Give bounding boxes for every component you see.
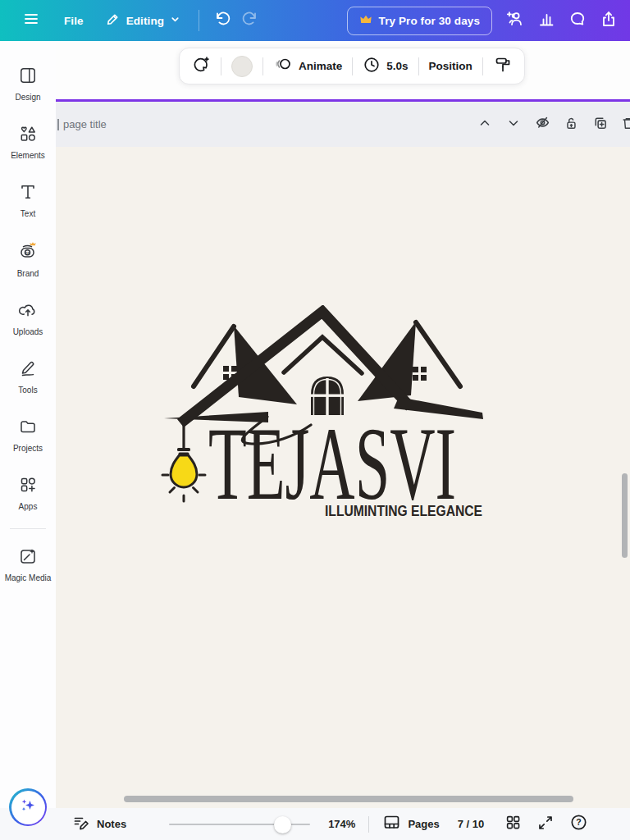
editing-label: Editing <box>126 15 164 27</box>
sidebar-item-apps[interactable]: Apps <box>2 475 54 511</box>
share-button[interactable] <box>597 9 620 32</box>
hamburger-icon <box>22 10 40 31</box>
page-indicator: 7 / 10 <box>458 818 485 830</box>
sidebar-item-projects[interactable]: Projects <box>2 417 54 453</box>
sidebar-item-label: Text <box>21 209 35 218</box>
expand-icon <box>537 815 554 834</box>
sparkles-icon <box>17 795 39 819</box>
duration-value: 5.0s <box>386 60 408 72</box>
pencil-icon <box>105 11 121 30</box>
hide-page-button[interactable] <box>534 116 550 133</box>
sidebar-item-label: Apps <box>19 502 38 511</box>
text-icon <box>18 182 38 205</box>
pages-label: Pages <box>408 818 439 830</box>
help-button[interactable]: ? <box>568 814 589 835</box>
duplicate-page-button[interactable] <box>591 116 608 133</box>
question-mark-icon: ? <box>569 813 588 835</box>
lock-page-button[interactable] <box>563 116 579 133</box>
sidebar-item-magic-media[interactable]: Magic Media <box>2 546 54 582</box>
tejasvi-logo[interactable]: TEJASVI ILLUMINTING ELEGANCE <box>156 305 484 523</box>
editing-mode-selector[interactable]: Editing <box>105 11 180 30</box>
topbar: File Editing Try Pro for 30 days <box>0 0 630 41</box>
zoom-slider[interactable] <box>169 816 310 833</box>
canva-assistant-button[interactable] <box>9 788 47 826</box>
toolbar-divider <box>221 57 221 75</box>
sidebar-item-design[interactable]: Design <box>2 66 54 102</box>
grid-icon <box>504 814 522 834</box>
main-menu-button[interactable] <box>20 9 43 32</box>
copy-style-button[interactable] <box>493 55 513 78</box>
pages-button[interactable]: Pages <box>382 813 439 835</box>
comments-button[interactable] <box>566 9 589 32</box>
unlock-icon <box>564 116 578 133</box>
sidebar-item-brand[interactable]: co Brand <box>2 240 54 278</box>
comment-add-icon <box>191 55 211 78</box>
add-comment-button[interactable] <box>191 55 211 78</box>
toolbar-divider <box>482 57 483 75</box>
sidebar-item-text[interactable]: Text <box>2 182 54 218</box>
paint-roller-icon <box>493 55 513 78</box>
person-add-icon <box>505 9 525 32</box>
sidebar-item-elements[interactable]: Elements <box>2 124 54 160</box>
toolbar-divider <box>418 57 419 75</box>
horizontal-scrollbar[interactable] <box>124 796 573 802</box>
comment-icon <box>568 10 587 31</box>
fullscreen-button[interactable] <box>535 814 556 835</box>
sidebar-item-label: Uploads <box>13 327 43 336</box>
notes-icon <box>72 814 90 835</box>
bar-chart-icon <box>537 10 555 31</box>
move-page-up-button[interactable] <box>477 116 493 133</box>
invite-members-button[interactable] <box>504 9 527 32</box>
sidebar-item-label: Design <box>15 93 40 102</box>
file-menu[interactable]: File <box>64 15 84 27</box>
svg-text:?: ? <box>576 817 581 827</box>
clock-icon <box>363 56 381 77</box>
grid-view-button[interactable] <box>502 814 523 835</box>
position-button[interactable]: Position <box>429 60 472 72</box>
sidebar-divider <box>10 528 46 529</box>
move-page-down-button[interactable] <box>505 116 522 133</box>
notes-label: Notes <box>97 818 126 830</box>
sidebar-item-label: Brand <box>17 269 39 278</box>
trash-icon <box>621 116 630 133</box>
delete-page-button[interactable] <box>620 116 630 133</box>
copy-plus-icon <box>592 116 608 133</box>
redo-button[interactable] <box>239 9 262 32</box>
undo-icon <box>213 10 231 31</box>
insights-button[interactable] <box>535 9 558 32</box>
duration-button[interactable]: 5.0s <box>363 56 408 77</box>
bottombar-divider <box>368 816 369 833</box>
try-pro-button[interactable]: Try Pro for 30 days <box>347 7 492 35</box>
page-title-input[interactable]: page title <box>63 118 107 130</box>
chevron-up-icon <box>478 116 491 133</box>
logo-lightbulb <box>162 421 205 501</box>
background-color-swatch[interactable] <box>231 56 253 77</box>
eye-off-icon <box>535 116 550 133</box>
animate-button[interactable]: Animate <box>273 55 342 78</box>
undo-button[interactable] <box>211 9 234 32</box>
sidebar-item-label: Magic Media <box>5 573 52 582</box>
sidebar: Design Elements Text co Brand Uploads To… <box>0 41 56 808</box>
folder-icon <box>18 417 38 440</box>
sidebar-item-uploads[interactable]: Uploads <box>2 300 54 336</box>
position-label: Position <box>429 60 472 72</box>
redo-icon <box>241 10 259 31</box>
canvas-page[interactable]: TEJASVI ILLUMINTING ELEGANCE <box>56 147 630 808</box>
logo-tagline: ILLUMINTING ELEGANCE <box>325 502 482 519</box>
zoom-slider-thumb[interactable] <box>274 816 291 833</box>
animate-label: Animate <box>299 60 342 72</box>
magic-media-icon <box>18 546 38 569</box>
vertical-scrollbar[interactable] <box>622 473 628 558</box>
sidebar-item-tools[interactable]: Tools <box>2 358 54 395</box>
cloud-upload-icon <box>18 300 38 323</box>
sidebar-item-label: Tools <box>18 386 37 395</box>
context-toolbar: Animate 5.0s Position <box>179 48 525 84</box>
brand-kit-icon: co <box>17 240 39 265</box>
share-icon <box>600 10 618 31</box>
toolbar-divider <box>262 57 263 75</box>
pen-tool-icon <box>18 358 38 381</box>
sidebar-item-label: Elements <box>11 151 45 160</box>
chevron-down-icon <box>507 116 520 133</box>
notes-button[interactable]: Notes <box>72 814 126 835</box>
text-cursor <box>57 119 59 130</box>
